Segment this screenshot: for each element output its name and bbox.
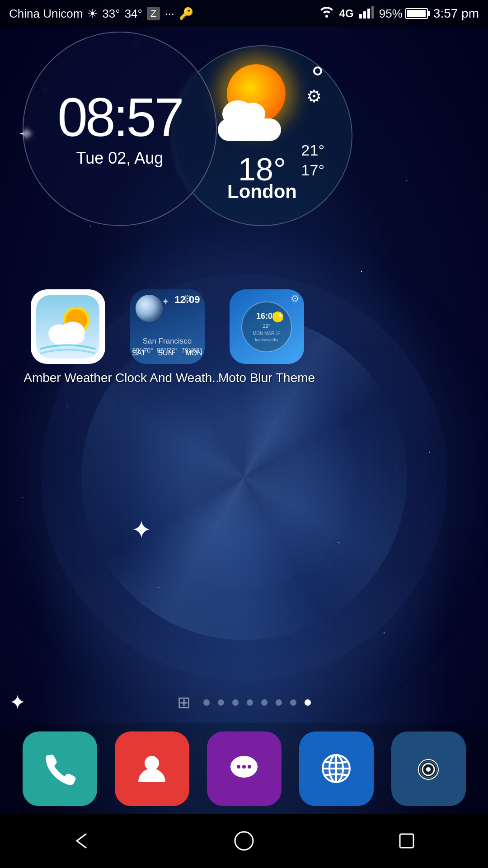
carrier-text: China Unicom [9,7,83,21]
app-item-amber-weather[interactable]: Amber Weather [23,289,113,385]
grid-icon: ⊞ [177,693,191,712]
page-dot-7-active[interactable] [305,699,311,706]
page-dot-6[interactable] [290,699,296,706]
amber-weather-label: Amber Weather [23,371,112,385]
svg-rect-31 [400,834,413,848]
page-dot-4[interactable] [261,699,267,706]
svg-point-28 [426,767,431,772]
status-key-icon: 🔑 [179,7,193,21]
browser-icon[interactable] [299,731,374,806]
clock-widget[interactable]: 08:57 Tue 02, Aug [23,32,217,226]
svg-point-17 [145,756,159,770]
svg-point-21 [248,765,251,769]
recents-button[interactable] [389,823,425,859]
settings-icon[interactable]: ⚙ [306,60,329,82]
dock-browser[interactable] [299,731,374,806]
app-item-moto-blur[interactable]: 16:05 22° MON MAR 14 leatherworks ⚙ Moto… [221,289,312,385]
status-sun-icon: ☀ [87,7,98,21]
status-right: 4G 95% 3:57 pm [319,6,479,22]
weather-cloud [209,105,290,141]
svg-point-9 [60,321,84,341]
weather-city: London [227,181,297,203]
nav-bar [0,814,488,868]
moto-gear-icon: ⚙ [291,293,300,305]
moto-blur-icon[interactable]: 16:05 22° MON MAR 14 leatherworks ⚙ [230,289,304,364]
clock-weather-icon[interactable]: 12:09 ✦ · SAT SUN MON San Francisco 88°/… [130,289,205,364]
svg-text:leatherworks: leatherworks [255,338,278,342]
mini-gear-icon: ⚙ [183,293,192,305]
mini-location: San Francisco [130,337,205,346]
svg-text:MON MAR 14: MON MAR 14 [253,331,281,336]
wifi-icon [319,6,334,22]
messages-icon[interactable] [207,731,282,806]
battery-icon [405,8,428,19]
svg-point-30 [235,832,253,850]
battery-percent: 95% [379,7,403,21]
phone-icon[interactable] [23,731,97,806]
svg-rect-3 [371,6,374,19]
clock-weather-label: Clock And Weath.. [115,371,219,385]
clock-date: Tue 02, Aug [76,149,164,168]
svg-point-19 [237,765,240,769]
page-dot-2[interactable] [232,699,239,706]
dock-camera[interactable] [391,731,466,806]
battery-container: 95% [379,7,428,21]
mini-star1: ✦ [162,296,169,307]
signal-icon [359,6,374,22]
page-dot-1[interactable] [218,699,224,706]
svg-rect-1 [363,11,366,19]
widget-area: 08:57 Tue 02, Aug ⚙ 18° [23,32,429,267]
app-item-clock-weather[interactable]: 12:09 ✦ · SAT SUN MON San Francisco 88°/… [122,289,212,385]
mini-moon [136,295,163,322]
status-dots: ··· [164,7,174,21]
page-dot-5[interactable] [276,699,282,706]
moto-clock-svg: 16:05 22° MON MAR 14 leatherworks [239,300,294,354]
clock-time: 08:57 [57,90,182,144]
contacts-icon[interactable] [115,731,189,806]
time-display: 3:57 pm [433,6,479,21]
moto-blur-label: Moto Blur Theme [218,371,315,385]
status-temp1: 33° [102,7,120,21]
weather-range: 21° 17° [301,140,324,180]
status-temp2: 34° [125,7,142,21]
svg-text:22°: 22° [263,323,271,329]
app-grid: Amber Weather 12:09 ✦ · SAT SUN MON San … [14,280,474,394]
status-z-icon: Z [147,7,160,20]
page-dot-3[interactable] [247,699,253,706]
page-dot-0[interactable] [203,699,210,706]
svg-rect-0 [359,14,362,19]
dock-contacts[interactable] [115,731,189,806]
page-dots: ⊞ [0,693,488,712]
svg-point-13 [279,314,282,317]
mini-temps: 88°/70° 95°/72° 79°/68° [132,347,202,354]
dock [0,723,488,814]
dock-phone[interactable] [23,731,97,806]
back-button[interactable] [63,823,99,859]
weather-sun-illustration [213,55,295,137]
amber-weather-icon[interactable] [31,289,105,364]
camera-icon[interactable] [391,731,466,806]
mini-star2: · [155,303,157,310]
status-bar: China Unicom ☀ 33° 34° Z ··· 🔑 4G [0,0,488,27]
dock-messages[interactable] [207,731,282,806]
home-button[interactable] [226,823,262,859]
svg-rect-2 [367,9,370,19]
network-4g: 4G [339,7,354,20]
sparkle-bottom-mid: ✦ [131,515,152,544]
svg-point-12 [272,311,283,322]
status-left: China Unicom ☀ 33° 34° Z ··· 🔑 [9,7,193,21]
svg-point-20 [242,765,246,769]
